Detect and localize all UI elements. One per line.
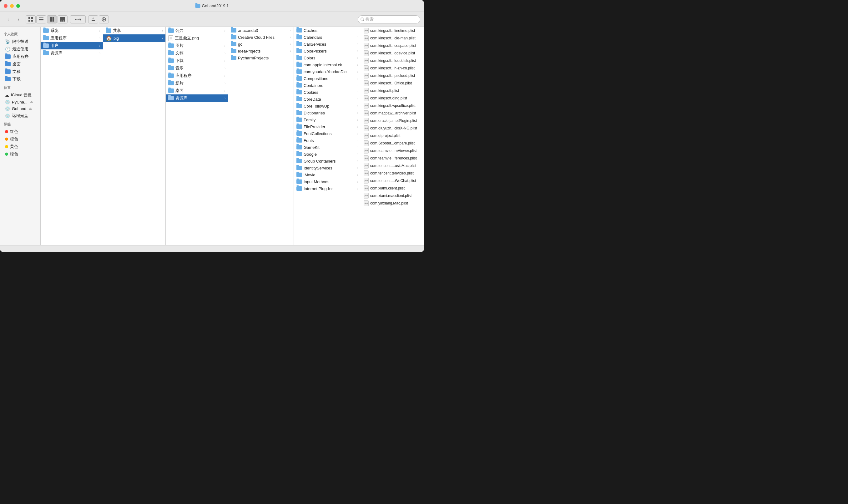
col6-item-14[interactable]: plist com.qtproject.plist [361, 132, 424, 140]
col5-item-colors[interactable]: Colors › [294, 54, 361, 61]
col6-item-12[interactable]: plist com.oracle.ja...etPlugin.plist [361, 117, 424, 124]
col3-item-desktop[interactable]: 桌面 › [166, 87, 228, 94]
col6-item-11[interactable]: plist com.macpaw...archiver.plist [361, 109, 424, 117]
col3-item-movies[interactable]: 影片 › [166, 79, 228, 87]
col5-item-callservices[interactable]: CallServices › [294, 41, 361, 48]
back-button[interactable]: ‹ [4, 15, 13, 23]
col1-item-system[interactable]: 系统 › [41, 27, 103, 34]
close-button[interactable] [4, 4, 7, 8]
col6-item-19[interactable]: plist com.tencent.tenvideo.plist [361, 169, 424, 177]
sidebar-item-green[interactable]: 绿色 [1, 150, 39, 158]
sidebar-item-recent[interactable]: 🕐 最近使用 [1, 45, 39, 53]
col5-item-gamekit[interactable]: GameKit › [294, 144, 361, 151]
col6-item-9[interactable]: plist com.kingsoft.qing.plist [361, 94, 424, 102]
col3-item-library[interactable]: 资源库 › [166, 94, 228, 102]
col6-item-20[interactable]: plist com.tencent....WeChat.plist [361, 177, 424, 184]
col5-item-containers[interactable]: Containers › [294, 82, 361, 89]
col6-item-18[interactable]: plist com.tencent....usicMac.plist [361, 162, 424, 169]
tag-button[interactable] [99, 15, 109, 23]
col6-item-15[interactable]: plist com.Scooter...ompare.plist [361, 140, 424, 147]
col5-item-fontcollections[interactable]: FontCollections › [294, 130, 361, 137]
col5-item-cookies[interactable]: Cookies › [294, 89, 361, 96]
col5-item-apple-internal[interactable]: com.apple.internal.ck › [294, 61, 361, 68]
col5-item-google[interactable]: Google › [294, 151, 361, 158]
sidebar-item-remote[interactable]: 💿 远程光盘 [1, 112, 39, 120]
share-button[interactable] [88, 15, 98, 23]
col6-item-13[interactable]: plist com.qiuyuzh...cksX-NG.plist [361, 124, 424, 132]
col3-item-apps[interactable]: 应用程序 › [166, 72, 228, 79]
sidebar-item-docs[interactable]: 文稿 [1, 68, 39, 75]
col4-item-idea[interactable]: IdeaProjects › [228, 48, 294, 54]
col5-item-identityservices[interactable]: IdentityServices › [294, 164, 361, 171]
sidebar-item-desktop[interactable]: 桌面 [1, 60, 39, 68]
col6-item-16[interactable]: plist com.teamvie...mViewer.plist [361, 147, 424, 155]
col5-item-imovie[interactable]: iMovie › [294, 171, 361, 178]
col5-item-fonts[interactable]: Fonts › [294, 137, 361, 144]
col2-item-pig[interactable]: 🏠 pig › [103, 34, 165, 42]
col5-item-corefollowup[interactable]: CoreFollowUp › [294, 103, 361, 109]
col5-item-colorpickers[interactable]: ColorPickers › [294, 48, 361, 54]
col4-item-go[interactable]: go › [228, 41, 294, 48]
view-columns-button[interactable] [47, 15, 57, 23]
sidebar-item-icloud[interactable]: ☁ iCloud 云盘 [1, 91, 39, 99]
sidebar-item-apps[interactable]: 应用程序 [1, 53, 39, 60]
col6-item-4[interactable]: plist com.kingsoft...louddisk.plist [361, 57, 424, 65]
col5-item-fileprovider[interactable]: FileProvider › [294, 123, 361, 130]
col5-item-coredata[interactable]: CoreData › [294, 96, 361, 103]
col2-item-shared[interactable]: 共享 › [103, 27, 165, 34]
sidebar-item-pycha[interactable]: 💿 PyCha... ⏏ [1, 99, 39, 105]
maximize-button[interactable] [16, 4, 20, 8]
sidebar-item-goland[interactable]: 💿 GoLand ⏏ [1, 105, 39, 112]
col5-item-dictionaries[interactable]: Dictionaries › [294, 109, 361, 116]
sidebar-item-orange[interactable]: 橙色 [1, 136, 39, 143]
col4-item-ccfiles[interactable]: Creative Cloud Files › [228, 34, 294, 41]
col5-item-family[interactable]: Family › [294, 116, 361, 123]
system-folder-icon [43, 29, 49, 33]
col6-item-3[interactable]: plist com.kingsoft...gdevice.plist [361, 49, 424, 57]
minimize-button[interactable] [10, 4, 14, 8]
col5-item-caches[interactable]: Caches › [294, 27, 361, 34]
forward-button[interactable]: › [14, 15, 23, 23]
view-list-button[interactable] [36, 15, 46, 23]
col1-item-users[interactable]: 用户 › [41, 42, 103, 49]
col1-item-apps[interactable]: 应用程序 › [41, 34, 103, 42]
col3-item-png[interactable]: ⬜ 三足鼎立.png [166, 34, 228, 42]
view-grid-button[interactable] [25, 15, 36, 23]
sidebar-item-airdrop[interactable]: 📡 隔空投送 [1, 38, 39, 45]
col4-item-anaconda[interactable]: anaconda3 › [228, 27, 294, 34]
col1-item-library[interactable]: 资源库 › [41, 49, 103, 57]
col5-item-youdao[interactable]: com.youdao.YoudaoDict › [294, 68, 361, 75]
col6-item-0[interactable]: plist com.kingsoft...linetime.plist [361, 27, 424, 34]
action-button[interactable]: ▾ [70, 15, 86, 23]
col5-item-internetplugins[interactable]: Internet Plug-Ins › [294, 185, 361, 192]
col6-item-7[interactable]: plist com.kingsoft...Office.plist [361, 79, 424, 87]
col3-item-pictures[interactable]: 图片 › [166, 42, 228, 49]
col6-item-23[interactable]: plist com.yinxiang.Mac.plist [361, 199, 424, 207]
col5-item-compositions[interactable]: Compositions › [294, 75, 361, 82]
col4-item-pycharm[interactable]: PycharmProjects [228, 54, 294, 61]
eject-icon-pycha[interactable]: ⏏ [30, 100, 33, 104]
col6-item-1[interactable]: plist com.kingsoft...cle-man.plist [361, 34, 424, 42]
col6-item-5[interactable]: plist com.kingsoft...h-zh-cn.plist [361, 65, 424, 72]
sidebar-item-downloads[interactable]: 下载 [1, 75, 39, 83]
col6-item-22[interactable]: plist com.xiami.macclient.plist [361, 192, 424, 199]
col6-item-2[interactable]: plist com.kingsoft...cespace.plist [361, 42, 424, 49]
plist-file-icon: plist [364, 148, 369, 154]
col6-item-8[interactable]: plist com.kingsoft.plist [361, 87, 424, 94]
col5-item-groupcontainers[interactable]: Group Containers › [294, 158, 361, 164]
col6-item-6[interactable]: plist com.kingsoft...pscloud.plist [361, 72, 424, 79]
col3-item-music[interactable]: 音乐 › [166, 65, 228, 72]
col3-item-docs[interactable]: 文稿 › [166, 49, 228, 57]
col3-item-public[interactable]: 公共 › [166, 27, 228, 34]
col5-item-inputmethods[interactable]: Input Methods › [294, 178, 361, 185]
eject-icon-goland[interactable]: ⏏ [29, 107, 32, 111]
sidebar-item-red[interactable]: 红色 [1, 128, 39, 136]
col6-item-17[interactable]: plist com.teamvie...ferences.plist [361, 155, 424, 162]
search-box[interactable]: 搜索 [358, 15, 420, 23]
col6-item-10[interactable]: plist com.kingsoft.wpsoffice.plist [361, 102, 424, 109]
col5-item-calendars[interactable]: Calendars › [294, 34, 361, 41]
sidebar-item-yellow[interactable]: 黄色 [1, 143, 39, 150]
col3-item-downloads[interactable]: 下载 › [166, 57, 228, 65]
col6-item-21[interactable]: plist com.xiami.client.plist [361, 184, 424, 192]
view-gallery-button[interactable] [57, 15, 68, 23]
